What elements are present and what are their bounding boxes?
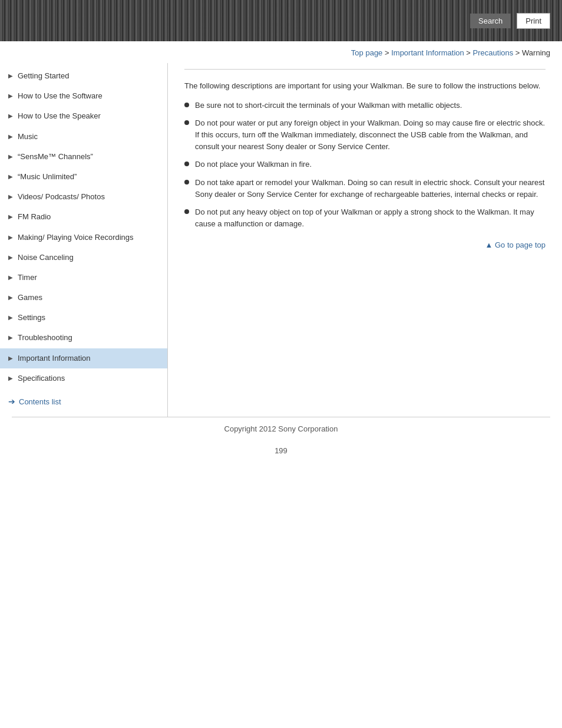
- sidebar-item-14[interactable]: ▶Important Information: [0, 348, 167, 368]
- sidebar-item-0[interactable]: ▶Getting Started: [0, 66, 167, 86]
- bullet-dot-icon: [184, 103, 189, 107]
- content-area: The following descriptions are important…: [168, 63, 562, 417]
- go-to-top-arrow-icon: ▲: [485, 241, 492, 249]
- sidebar-item-label: Games: [18, 292, 161, 303]
- breadcrumb-warning: Warning: [522, 48, 550, 57]
- sidebar-item-9[interactable]: ▶Noise Canceling: [0, 248, 167, 268]
- arrow-icon: ▶: [8, 92, 13, 100]
- bullet-text: Do not put any heavy object on top of yo…: [195, 206, 546, 230]
- sidebar: ▶Getting Started▶How to Use the Software…: [0, 63, 168, 417]
- sidebar-item-10[interactable]: ▶Timer: [0, 268, 167, 288]
- bullet-item-0: Be sure not to short-circuit the termina…: [184, 100, 546, 111]
- sidebar-item-label: Making/ Playing Voice Recordings: [18, 232, 161, 243]
- bullet-dot-icon: [184, 162, 189, 166]
- sidebar-item-label: Getting Started: [18, 71, 161, 81]
- arrow-icon: ▶: [8, 253, 13, 262]
- sidebar-item-4[interactable]: ▶“SensMe™ Channels”: [0, 147, 167, 167]
- search-button[interactable]: Search: [470, 14, 511, 28]
- sidebar-item-label: “SensMe™ Channels”: [18, 151, 161, 162]
- bullet-dot-icon: [184, 180, 189, 185]
- bullet-item-4: Do not put any heavy object on top of yo…: [184, 206, 546, 230]
- sidebar-item-1[interactable]: ▶How to Use the Software: [0, 86, 167, 106]
- footer: Copyright 2012 Sony Corporation: [0, 417, 562, 440]
- bullet-text: Do not take apart or remodel your Walkma…: [195, 177, 546, 200]
- content-bullets: Be sure not to short-circuit the termina…: [184, 100, 546, 230]
- breadcrumb-top-page[interactable]: Top page: [351, 48, 383, 57]
- arrow-icon: ▶: [8, 354, 13, 363]
- sidebar-item-label: Important Information: [18, 353, 161, 364]
- sidebar-item-label: Settings: [18, 312, 161, 323]
- sidebar-item-label: Timer: [18, 272, 161, 283]
- content-intro: The following descriptions are important…: [184, 80, 546, 93]
- bullet-text: Be sure not to short-circuit the termina…: [195, 100, 546, 111]
- go-to-top-label: Go to page top: [495, 241, 546, 249]
- sidebar-item-label: Troubleshooting: [18, 332, 161, 343]
- sidebar-item-6[interactable]: ▶Videos/ Podcasts/ Photos: [0, 187, 167, 207]
- sidebar-item-12[interactable]: ▶Settings: [0, 308, 167, 328]
- contents-list-link[interactable]: ➔ Contents list: [0, 388, 167, 412]
- sidebar-item-13[interactable]: ▶Troubleshooting: [0, 328, 167, 348]
- sidebar-item-label: Music: [18, 131, 161, 142]
- arrow-icon: ▶: [8, 173, 13, 181]
- arrow-icon: ▶: [8, 193, 13, 201]
- header-bar: Search Print: [0, 0, 562, 41]
- arrow-icon: ▶: [8, 274, 13, 282]
- content-divider: [184, 69, 546, 70]
- bullet-text: Do not pour water or put any foreign obj…: [195, 117, 546, 153]
- sidebar-item-label: “Music Unlimited”: [18, 172, 161, 182]
- page-number: 199: [0, 440, 562, 461]
- sidebar-item-label: Specifications: [18, 373, 161, 384]
- bullet-dot-icon: [184, 120, 189, 125]
- arrow-icon: ▶: [8, 374, 13, 383]
- sidebar-item-2[interactable]: ▶How to Use the Speaker: [0, 106, 167, 126]
- bullet-item-2: Do not place your Walkman in fire.: [184, 159, 546, 170]
- arrow-icon: ▶: [8, 133, 13, 141]
- breadcrumb: Top page > Important Information > Preca…: [0, 41, 562, 63]
- arrow-icon: ▶: [8, 314, 13, 322]
- arrow-icon: ▶: [8, 334, 13, 342]
- sidebar-item-7[interactable]: ▶FM Radio: [0, 207, 167, 227]
- sidebar-item-8[interactable]: ▶Making/ Playing Voice Recordings: [0, 228, 167, 248]
- main-layout: ▶Getting Started▶How to Use the Software…: [0, 63, 562, 417]
- sidebar-item-3[interactable]: ▶Music: [0, 127, 167, 147]
- go-to-top[interactable]: ▲ Go to page top: [184, 241, 546, 249]
- bullet-text: Do not place your Walkman in fire.: [195, 159, 546, 170]
- print-button[interactable]: Print: [517, 13, 550, 29]
- contents-list-label: Contents list: [19, 397, 61, 406]
- arrow-icon: ▶: [8, 233, 13, 242]
- contents-list-arrow-icon: ➔: [8, 397, 15, 406]
- arrow-icon: ▶: [8, 294, 13, 302]
- bullet-item-1: Do not pour water or put any foreign obj…: [184, 117, 546, 153]
- bullet-dot-icon: [184, 209, 189, 214]
- arrow-icon: ▶: [8, 213, 13, 221]
- breadcrumb-important-info[interactable]: Important Information: [391, 48, 464, 57]
- sidebar-item-label: How to Use the Speaker: [18, 111, 161, 121]
- sidebar-item-5[interactable]: ▶“Music Unlimited”: [0, 167, 167, 187]
- sidebar-item-label: Videos/ Podcasts/ Photos: [18, 192, 161, 202]
- sidebar-item-label: FM Radio: [18, 212, 161, 222]
- arrow-icon: ▶: [8, 153, 13, 161]
- sidebar-item-label: Noise Canceling: [18, 252, 161, 263]
- arrow-icon: ▶: [8, 72, 13, 80]
- sidebar-item-11[interactable]: ▶Games: [0, 288, 167, 308]
- arrow-icon: ▶: [8, 112, 13, 120]
- copyright: Copyright 2012 Sony Corporation: [224, 424, 338, 433]
- sidebar-item-label: How to Use the Software: [18, 91, 161, 101]
- bullet-item-3: Do not take apart or remodel your Walkma…: [184, 177, 546, 200]
- breadcrumb-precautions[interactable]: Precautions: [473, 48, 514, 57]
- sidebar-item-15[interactable]: ▶Specifications: [0, 368, 167, 388]
